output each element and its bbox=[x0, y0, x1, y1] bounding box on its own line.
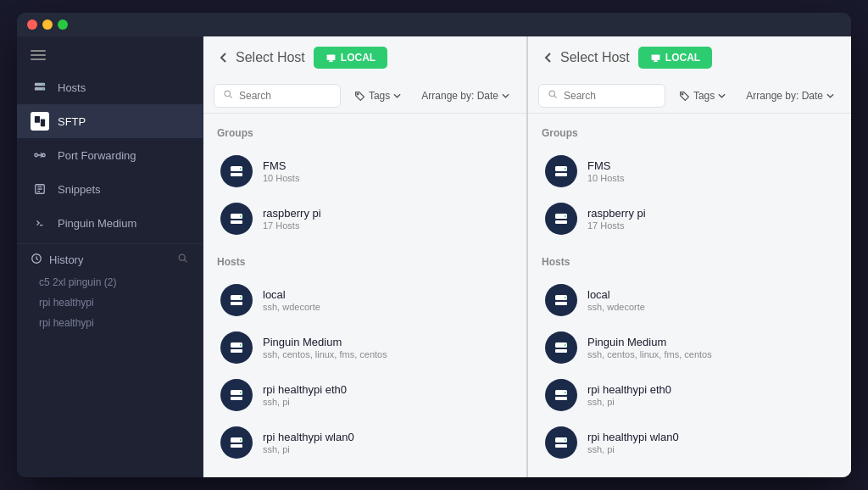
panels-container: Select Host LOCAL bbox=[203, 36, 851, 477]
svg-line-47 bbox=[554, 96, 557, 98]
sidebar-item-snippets-label: Snippets bbox=[58, 183, 101, 196]
panel-right: Select Host LOCAL bbox=[526, 36, 851, 477]
host-sub-pinguin-right: ssh, centos, linux, fms, centos bbox=[587, 349, 834, 359]
group-info-rpi-left: raspberry pi 17 Hosts bbox=[263, 207, 509, 231]
history-item-2[interactable]: rpi healthypi bbox=[17, 292, 203, 313]
panel-right-local-button[interactable]: LOCAL bbox=[638, 47, 712, 69]
main-content: Select Host LOCAL bbox=[203, 36, 851, 477]
group-item-fms-left[interactable]: FMS 10 Hosts bbox=[217, 148, 513, 195]
maximize-button[interactable] bbox=[58, 19, 68, 30]
sidebar-item-hosts[interactable]: Hosts bbox=[17, 70, 203, 104]
group-item-rpi-right[interactable]: raspberry pi 17 Hosts bbox=[542, 195, 837, 242]
panel-right-search-input[interactable] bbox=[564, 90, 656, 102]
svg-rect-33 bbox=[240, 297, 242, 298]
svg-rect-60 bbox=[565, 344, 566, 346]
sidebar-item-sftp[interactable]: SFTP bbox=[17, 104, 203, 138]
minimize-button[interactable] bbox=[42, 19, 53, 30]
group-avatar-rpi-right bbox=[545, 203, 577, 235]
panel-right-hosts-label: Hosts bbox=[542, 256, 837, 268]
group-item-fms-right[interactable]: FMS 10 Hosts bbox=[542, 148, 837, 195]
host-name-rpi-wlan0-right: rpi healthypi wlan0 bbox=[587, 431, 834, 443]
close-button[interactable] bbox=[27, 19, 37, 30]
panel-left-search-wrap[interactable] bbox=[214, 84, 341, 108]
host-avatar-local-left bbox=[220, 284, 253, 316]
group-info-fms-left: FMS 10 Hosts bbox=[263, 159, 509, 183]
panel-left-search-icon bbox=[223, 89, 234, 103]
history-item-3[interactable]: rpi healthypi bbox=[17, 313, 203, 333]
panel-right-header: Select Host LOCAL bbox=[528, 36, 851, 79]
svg-rect-35 bbox=[231, 349, 242, 353]
sidebar-item-hosts-label: Hosts bbox=[58, 81, 86, 94]
host-name-rpi-wlan0-left: rpi healthypi wlan0 bbox=[263, 431, 509, 443]
app-window: Hosts SFTP bbox=[17, 13, 851, 477]
host-item-pinguin-left[interactable]: Pinguin Medium ssh, centos, linux, fms, … bbox=[217, 324, 513, 371]
host-item-rpi-wlan0-right[interactable]: rpi healthypi wlan0 ssh, pi bbox=[542, 419, 837, 466]
host-info-local-left: local ssh, wdecorte bbox=[263, 288, 509, 312]
panel-left: Select Host LOCAL bbox=[203, 36, 526, 477]
panel-left-hosts-label: Hosts bbox=[217, 256, 513, 268]
panel-right-back-button[interactable]: Select Host bbox=[542, 50, 630, 65]
host-avatar-pinguin-left bbox=[220, 331, 253, 364]
svg-rect-54 bbox=[565, 215, 566, 217]
svg-rect-62 bbox=[555, 397, 567, 400]
panel-right-search-bar: Tags Arrange by: Date bbox=[528, 79, 851, 114]
panel-left-title: Select Host bbox=[236, 50, 305, 65]
panel-right-groups-label: Groups bbox=[542, 127, 837, 139]
sidebar-item-port-forwarding-label: Port Forwarding bbox=[58, 149, 136, 162]
host-info-pinguin-right: Pinguin Medium ssh, centos, linux, fms, … bbox=[587, 336, 834, 359]
host-item-rpi-wlan0-left[interactable]: rpi healthypi wlan0 ssh, pi bbox=[217, 419, 513, 466]
panel-left-groups-label: Groups bbox=[217, 127, 513, 139]
panel-left-search-input[interactable] bbox=[239, 90, 331, 102]
group-sub-fms-right: 10 Hosts bbox=[587, 173, 834, 183]
group-name-fms-right: FMS bbox=[587, 159, 834, 172]
group-name-rpi-left: raspberry pi bbox=[263, 207, 509, 220]
panel-left-arrange-button[interactable]: Arrange by: Date bbox=[415, 86, 516, 105]
svg-rect-65 bbox=[555, 444, 567, 448]
svg-point-17 bbox=[179, 254, 185, 260]
host-info-rpi-eth0-left: rpi healthypi eth0 ssh, pi bbox=[263, 383, 509, 407]
panel-left-back-button[interactable]: Select Host bbox=[217, 50, 305, 65]
host-item-local-right[interactable]: local ssh, wdecorte bbox=[542, 276, 837, 324]
title-bar bbox=[17, 13, 851, 36]
host-item-rpi-eth0-left[interactable]: rpi healthypi eth0 ssh, pi bbox=[217, 371, 513, 419]
host-sub-local-right: ssh, wdecorte bbox=[587, 302, 834, 312]
host-sub-rpi-wlan0-left: ssh, pi bbox=[263, 444, 509, 454]
history-item-1[interactable]: c5 2xl pinguin (2) bbox=[17, 272, 203, 292]
snippets-icon bbox=[31, 180, 49, 198]
panel-right-arrange-button[interactable]: Arrange by: Date bbox=[739, 86, 841, 105]
sidebar-item-port-forwarding[interactable]: Port Forwarding bbox=[17, 138, 203, 172]
svg-rect-19 bbox=[326, 54, 335, 60]
host-item-pinguin-right[interactable]: Pinguin Medium ssh, centos, linux, fms, … bbox=[542, 324, 837, 371]
panel-left-tags-button[interactable]: Tags bbox=[348, 86, 408, 105]
svg-rect-42 bbox=[240, 439, 242, 441]
host-item-rpi-eth0-right[interactable]: rpi healthypi eth0 ssh, pi bbox=[542, 371, 837, 419]
host-sub-local-left: ssh, wdecorte bbox=[263, 302, 509, 312]
history-search-icon[interactable] bbox=[177, 253, 189, 267]
group-info-rpi-right: raspberry pi 17 Hosts bbox=[587, 207, 834, 231]
svg-rect-38 bbox=[231, 397, 242, 400]
menu-icon[interactable] bbox=[17, 43, 203, 67]
host-avatar-rpi-wlan0-right bbox=[545, 426, 577, 459]
panel-right-tags-button[interactable]: Tags bbox=[672, 86, 732, 105]
panel-right-search-wrap[interactable] bbox=[538, 84, 665, 108]
sidebar-item-snippets[interactable]: Snippets bbox=[17, 172, 203, 206]
group-name-rpi-right: raspberry pi bbox=[587, 207, 834, 220]
terminal-icon bbox=[31, 214, 49, 232]
svg-rect-43 bbox=[651, 54, 659, 60]
sidebar-item-pinguin[interactable]: Pinguin Medium bbox=[17, 206, 203, 240]
svg-rect-27 bbox=[240, 168, 242, 170]
group-name-fms-left: FMS bbox=[263, 159, 509, 172]
host-name-pinguin-left: Pinguin Medium bbox=[263, 336, 509, 348]
svg-line-23 bbox=[230, 96, 232, 98]
host-item-local-left[interactable]: local ssh, wdecorte bbox=[217, 276, 513, 324]
svg-rect-5 bbox=[41, 119, 45, 126]
group-item-rpi-left[interactable]: raspberry pi 17 Hosts bbox=[217, 195, 513, 242]
port-forwarding-icon bbox=[31, 146, 49, 164]
svg-point-46 bbox=[549, 91, 555, 97]
svg-line-18 bbox=[184, 259, 186, 262]
group-sub-rpi-right: 17 Hosts bbox=[587, 220, 834, 231]
svg-rect-7 bbox=[36, 119, 39, 120]
svg-rect-45 bbox=[654, 59, 656, 60]
panel-left-local-button[interactable]: LOCAL bbox=[314, 47, 387, 69]
host-sub-pinguin-left: ssh, centos, linux, fms, centos bbox=[263, 349, 509, 359]
